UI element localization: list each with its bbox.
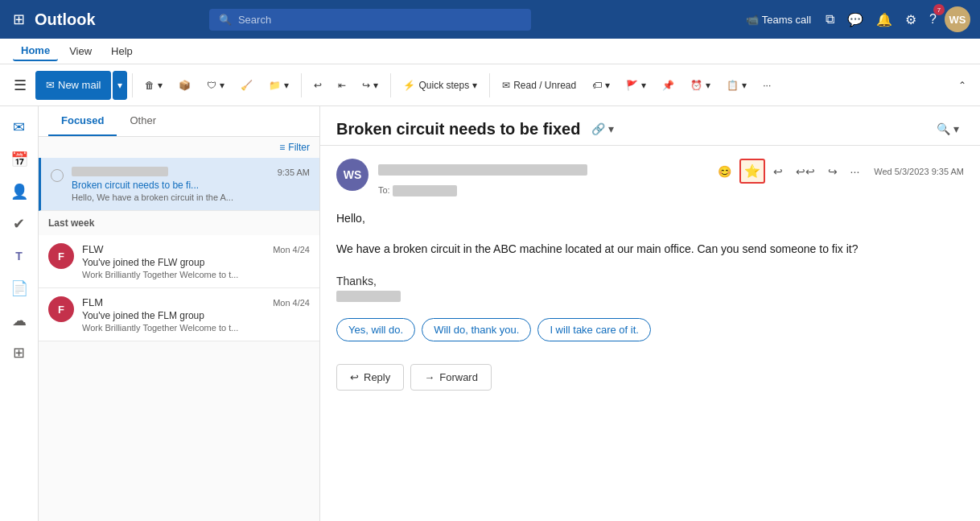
- sidebar-item-people[interactable]: 👤: [5, 177, 34, 206]
- email-sender-row-flm: FLM Mon 4/24: [82, 296, 310, 308]
- suggested-reply-1[interactable]: Yes, will do.: [336, 318, 415, 341]
- email-item-flw[interactable]: F FLW Mon 4/24 You've joined the FLW gro…: [39, 235, 319, 288]
- menu-help[interactable]: Help: [103, 42, 141, 60]
- delete-button[interactable]: 🗑 ▾: [138, 71, 170, 100]
- ribbon-collapse-button[interactable]: ⌃: [951, 71, 974, 100]
- email-subject: Broken circuit needs to be fi...: [72, 180, 310, 191]
- inbox-tabs: Focused Other: [39, 106, 319, 137]
- reply-all-email-button[interactable]: ↩↩: [791, 162, 820, 181]
- star-button[interactable]: ⭐: [739, 159, 765, 184]
- new-mail-button[interactable]: ✉ New mail: [35, 71, 111, 100]
- archive-icon: 📦: [179, 80, 191, 91]
- linked-items-button[interactable]: 🔗 ▾: [587, 119, 619, 139]
- hamburger-button[interactable]: ☰: [6, 71, 34, 100]
- more-email-button[interactable]: ···: [846, 162, 865, 181]
- undo-icon: ↩: [314, 80, 322, 91]
- reply-icon: ↩: [350, 371, 359, 383]
- flag-icon: 🚩: [626, 80, 638, 91]
- redo-icon: ↪: [362, 80, 370, 91]
- delete-arrow: ▾: [158, 80, 163, 91]
- spam-button[interactable]: 🛡 ▾: [200, 71, 232, 100]
- suggested-reply-3[interactable]: I will take care of it.: [537, 318, 651, 341]
- sidebar-item-calendar[interactable]: 📅: [5, 145, 34, 174]
- tab-other[interactable]: Other: [117, 106, 169, 136]
- ribbon-divider-1: [132, 73, 133, 97]
- email-date: Wed 5/3/2023 9:35 AM: [874, 167, 964, 176]
- quick-steps-icon: ⚡: [403, 80, 415, 91]
- email-signature-thanks: Thanks,: [336, 275, 964, 287]
- sidebar-item-mail[interactable]: ✉: [5, 113, 34, 142]
- section-header-last-week: Last week: [39, 211, 319, 235]
- undo-all-button[interactable]: ⇤: [331, 71, 353, 100]
- tags-button[interactable]: 🏷 ▾: [585, 71, 617, 100]
- help-icon[interactable]: ? 7: [924, 7, 941, 31]
- redo-button[interactable]: ↪ ▾: [355, 71, 385, 100]
- email-sender: [72, 166, 168, 178]
- sweep-icon: 🧹: [241, 80, 253, 91]
- email-sender-flw: FLW: [82, 243, 103, 255]
- forward-button[interactable]: → Forward: [410, 364, 492, 391]
- undo-all-icon: ⇤: [338, 80, 346, 91]
- sweep-button[interactable]: 🧹: [233, 71, 260, 100]
- waffle-icon[interactable]: ⊞: [10, 7, 28, 31]
- snooze-button[interactable]: ⏰ ▾: [683, 71, 718, 100]
- zoom-button[interactable]: 🔍 ▾: [932, 119, 964, 139]
- new-mail-dropdown[interactable]: ▾: [113, 71, 127, 100]
- email-preview-flm: Work Brilliantly Together Welcome to t..…: [82, 323, 310, 333]
- view-button[interactable]: 📋 ▾: [719, 71, 754, 100]
- top-bar: ⊞ Outlook 🔍 📹 Teams call ⧉ 💬 🔔 ⚙ ? 7 WS: [0, 0, 980, 39]
- menu-home[interactable]: Home: [13, 41, 58, 61]
- sidebar-item-teams[interactable]: T: [5, 242, 34, 271]
- ribbon-divider-3: [390, 73, 391, 97]
- avatar[interactable]: WS: [945, 6, 970, 32]
- emoji-button[interactable]: 😊: [713, 162, 736, 181]
- sidebar-item-onedrive[interactable]: ☁: [5, 306, 34, 335]
- email-preview-flw: Work Brilliantly Together Welcome to t..…: [82, 270, 310, 279]
- flag-button[interactable]: 🚩 ▾: [619, 71, 653, 100]
- more-button[interactable]: ···: [756, 71, 778, 100]
- multi-window-icon[interactable]: ⧉: [821, 7, 839, 31]
- reply-button[interactable]: ↩ Reply: [336, 364, 404, 391]
- search-input[interactable]: [238, 14, 521, 26]
- settings-icon[interactable]: ⚙: [900, 7, 921, 32]
- video-icon: 📹: [746, 14, 759, 26]
- filter-icon: ≡: [279, 142, 285, 153]
- pin-button[interactable]: 📌: [655, 71, 681, 100]
- email-item-flm[interactable]: F FLM Mon 4/24 You've joined the FLM gro…: [39, 288, 319, 341]
- archive-button[interactable]: 📦: [171, 71, 198, 100]
- pin-icon: 📌: [662, 80, 674, 91]
- move-to-button[interactable]: 📁 ▾: [261, 71, 296, 100]
- sidebar-item-files[interactable]: 📄: [5, 274, 34, 303]
- feedback-icon[interactable]: 💬: [842, 7, 868, 32]
- ribbon-divider-2: [301, 73, 302, 97]
- reply-email-button[interactable]: ↩: [768, 162, 788, 181]
- email-from-row: WS 😊 ⭐ ↩ ↩↩ ↪ ··· Wed 5/3/: [336, 159, 964, 196]
- menu-bar: Home View Help: [0, 39, 980, 64]
- email-item-selected[interactable]: 9:35 AM Broken circuit needs to be fi...…: [39, 158, 319, 211]
- email-sender-row-flw: FLW Mon 4/24: [82, 243, 310, 255]
- read-unread-button[interactable]: ✉ Read / Unread: [495, 71, 583, 100]
- email-radio[interactable]: [51, 169, 64, 182]
- suggested-reply-2[interactable]: Will do, thank you.: [422, 318, 531, 341]
- email-pane-header: Broken circuit needs to be fixed 🔗 ▾ 🔍 ▾: [320, 106, 980, 146]
- search-bar[interactable]: 🔍: [209, 9, 531, 31]
- sidebar-item-tasks[interactable]: ✔: [5, 209, 34, 238]
- email-time: 9:35 AM: [278, 167, 310, 177]
- sidebar-item-apps[interactable]: ⊞: [5, 338, 34, 367]
- email-avatar-flw: F: [48, 243, 74, 269]
- snooze-icon: ⏰: [690, 80, 702, 91]
- email-subject-flm: You've joined the FLM group: [82, 310, 310, 321]
- email-sender-flm: FLM: [82, 296, 103, 308]
- sidebar-icons: ✉ 📅 👤 ✔ T 📄 ☁ ⊞: [0, 106, 39, 521]
- teams-call-button[interactable]: 📹 Teams call: [739, 10, 817, 29]
- undo-button[interactable]: ↩: [307, 71, 329, 100]
- email-content-flm: FLM Mon 4/24 You've joined the FLM group…: [82, 296, 310, 333]
- menu-view[interactable]: View: [61, 42, 100, 60]
- notifications-icon[interactable]: 🔔: [871, 7, 897, 32]
- email-content: 9:35 AM Broken circuit needs to be fi...…: [72, 166, 310, 202]
- filter-row[interactable]: ≡ Filter: [39, 137, 319, 158]
- tab-focused[interactable]: Focused: [48, 106, 117, 136]
- quick-steps-button[interactable]: ⚡ Quick steps ▾: [396, 71, 484, 100]
- spam-icon: 🛡: [207, 80, 216, 91]
- forward-email-button[interactable]: ↪: [823, 162, 842, 181]
